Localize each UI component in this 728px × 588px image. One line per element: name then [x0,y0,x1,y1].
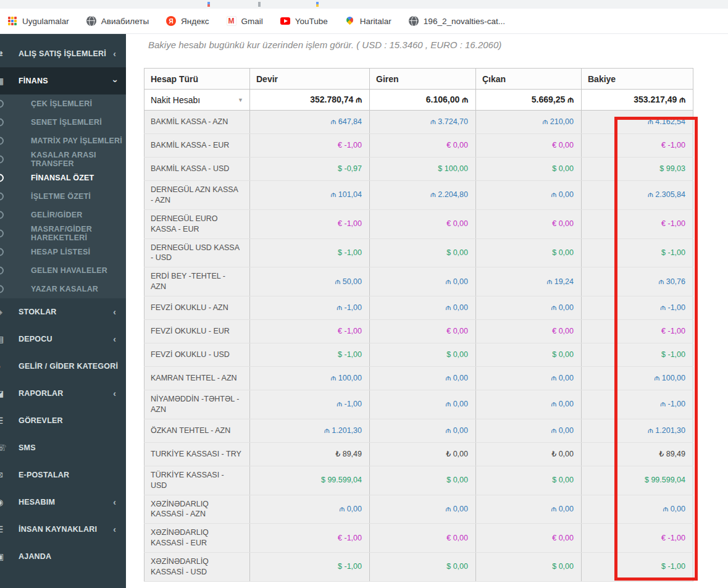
sidebar-item-aliş-satiş-i-şlemleri[interactable]: ⇄ ALIŞ SATIŞ İŞLEMLERİ ‹ [0,40,126,67]
cikan-value: ₼ 19,24 [476,267,582,296]
sidebar-item-geli-r-gi-der-kategori[interactable]: ◑ GELİR / GİDER KATEGORİ [0,353,126,380]
sidebar-item-hesap-li-stesi[interactable]: HESAP LİSTESİ [0,243,126,261]
account-name: XƏZİNƏDARLİQ KASSASİ - USD [144,553,250,582]
dropdown-caret-icon [238,97,243,103]
circle-icon [0,230,4,238]
giren-value: $ 0,00 [370,238,476,267]
sidebar-item-label: RAPORLAR [19,389,63,398]
devir-value: ₼ -1,00 [250,390,370,419]
sidebar-item-çek-i-şlemleri[interactable]: ÇEK İŞLEMLERİ [0,94,126,113]
sidebar-menu: ⇄ ALIŞ SATIŞ İŞLEMLERİ ‹ ▦ FİNANS ‹ ÇEK … [0,34,126,588]
globe-icon [86,16,96,26]
sidebar-item-label: GELİR/GİDER [31,211,82,219]
cikan-value: ₼ 210,00 [476,111,582,134]
summary-row: Nakit Hesabı 352.780,74 ₼ 6.106,00 ₼ 5.6… [144,90,693,111]
sidebar-item-label: FİNANS [19,77,48,85]
bookmark-label: Haritalar [360,17,391,26]
sidebar-item-raporlar[interactable]: ◪ RAPORLAR ‹ [0,380,126,407]
sidebar-item-görevler[interactable]: ☰ GÖREVLER [0,407,126,434]
bookmark-item[interactable]: Яндекс [166,16,209,26]
account-name: DERNEGÜL AZN KASSA - AZN [144,181,250,210]
sidebar-item-i-nsan-kaynaklari[interactable]: ☰ İNSAN KAYNAKLARI ‹ [0,516,126,543]
giren-value: ₼ 3.724,70 [370,111,476,134]
sidebar-item-fi-nans[interactable]: ▦ FİNANS ‹ [0,67,126,94]
table-row: ÖZKAN TEHTEL - AZN ₼ 1.201,30 ₼ 0,00 ₼ 0… [144,419,693,442]
chevron-down-icon: ‹ [110,80,120,83]
circle-icon [0,100,4,108]
giren-value: ₼ 0,00 [370,390,476,419]
account-name: KAMRAN TEHTEL - AZN [144,367,250,390]
table-row: XƏZİNƏDARLIQ KASSASİ - AZN ₼ 0,00 ₼ 0,00… [144,495,693,524]
table-body: Nakit Hesabı 352.780,74 ₼ 6.106,00 ₼ 5.6… [144,90,693,582]
devir-value: $ -1,00 [250,553,370,582]
table-row: BAKMİL KASSA - EUR € -1,00 € 0,00 € 0,00… [144,134,693,158]
sidebar-item-senet-i-şlemleri[interactable]: SENET İŞLEMLERİ [0,113,126,132]
bakiye-value: € -1,00 [582,209,693,238]
sidebar-item-geli-r-gi-der[interactable]: GELİR/GİDER [0,206,126,224]
cikan-value: € 0,00 [476,524,582,553]
bakiye-value: $ 99,03 [582,158,693,181]
sidebar-item-stoklar[interactable]: ◈ STOKLAR ‹ [0,298,126,326]
account-type-select[interactable]: Nakit Hesabı [144,90,250,111]
devir-value: ₼ 101,04 [250,181,370,210]
devir-value: ₼ -1,00 [250,296,370,320]
giren-value: € 0,00 [370,320,476,343]
sidebar-item-label: SENET İŞLEMLERİ [31,118,102,127]
sidebar-item-depocu[interactable]: ▤ DEPOCU ‹ [0,326,126,353]
sidebar-item-yazar-kasalar[interactable]: YAZAR KASALAR [0,280,126,298]
bookmark-item[interactable]: Gmail [227,16,263,26]
bookmark-item[interactable]: Uygulamalar [7,16,69,26]
sidebar-item-masraf-gi-der-hareketleri[interactable]: MASRAF/GİDER HAREKETLERİ [0,224,126,243]
devir-value: ₼ 50,00 [250,267,370,296]
sidebar-item-e-postalar[interactable]: ✉ E-POSTALAR [0,461,126,489]
sidebar-item-ajanda[interactable]: ▣ AJANDA [0,543,126,570]
account-name: DERNEGÜL EURO KASSA - EUR [144,209,250,238]
bakiye-value: ₼ 4.162,54 [582,111,693,134]
cikan-value: $ 0,00 [476,238,582,267]
warehouse-icon: ▤ [0,334,6,344]
browser-chrome-fragment [316,2,319,7]
table-row: BAKMİL KASSA - USD $ -0,97 $ 100,00 $ 0,… [144,158,693,181]
bookmark-item[interactable]: Haritalar [345,16,391,26]
cikan-value: € 0,00 [476,209,582,238]
sidebar-item-i-şletme-özeti[interactable]: İŞLETME ÖZETİ [0,187,126,206]
col-header-giren: Giren [370,69,476,90]
hr-icon: ☰ [0,524,6,534]
bookmark-item[interactable]: 196_2_novalties-cat... [409,16,505,26]
circle-icon [0,193,4,201]
sidebar-item-sms[interactable]: ☏ SMS [0,434,126,461]
bakiye-value: € -1,00 [582,524,693,553]
sidebar-item-label: HESABIM [19,498,55,506]
bakiye-value: $ -1,00 [582,343,693,367]
table-row: TÜRKİYE KASSASI - USD $ 99.599,04 $ 0,00… [144,466,693,495]
yandex-icon [166,16,176,26]
bookmark-item[interactable]: YouTube [280,17,328,26]
circle-icon [0,211,4,219]
sidebar-item-label: MASRAF/GİDER HAREKETLERİ [31,225,126,242]
sidebar-item-gelen-havaleler[interactable]: GELEN HAVALELER [0,261,126,280]
account-name: DERNEGÜL USD KASSA - USD [144,238,250,267]
devir-value: $ -1,00 [250,343,370,367]
account-name: ERDİ BEY -TEHTEL - AZN [144,267,250,296]
finance-icon: ▦ [0,76,6,86]
summary-giren: 6.106,00 ₼ [370,90,476,111]
chevron-left-icon: ‹ [113,49,116,59]
account-name: ÖZKAN TEHTEL - AZN [144,419,250,442]
bookmark-label: Яндекс [181,17,209,26]
cikan-value: € 0,00 [476,320,582,343]
bookmark-item[interactable]: Авиабилеты [86,16,149,26]
cikan-value: $ 0,00 [476,466,582,495]
giren-value: $ 0,00 [370,466,476,495]
devir-value: $ -0,97 [250,158,370,181]
sidebar-item-label: YAZAR KASALAR [31,285,98,293]
sidebar-item-label: FİNANSAL ÖZET [31,174,94,182]
sidebar-item-fi-nansal-özet[interactable]: FİNANSAL ÖZET [0,169,126,187]
sidebar-item-kasalar-arasi-transfer[interactable]: KASALAR ARASI TRANSFER [0,150,126,169]
app-window: Uygulamalar Авиабилеты Яндекс Gmail YouT… [0,0,728,588]
circle-icon [0,119,4,127]
account-name: FEVZİ OKUKLU - USD [144,343,250,367]
cikan-value: ₼ 0,00 [476,390,582,419]
exchange-rate-notice: Bakiye hesabı bugünkü kur üzerinden işle… [148,40,501,50]
sidebar-item-hesabim[interactable]: ◉ HESABIM ‹ [0,489,126,516]
sidebar-item-matri-x-pay-i-şlemleri[interactable]: MATRİX PAY İŞLEMLERİ [0,132,126,150]
